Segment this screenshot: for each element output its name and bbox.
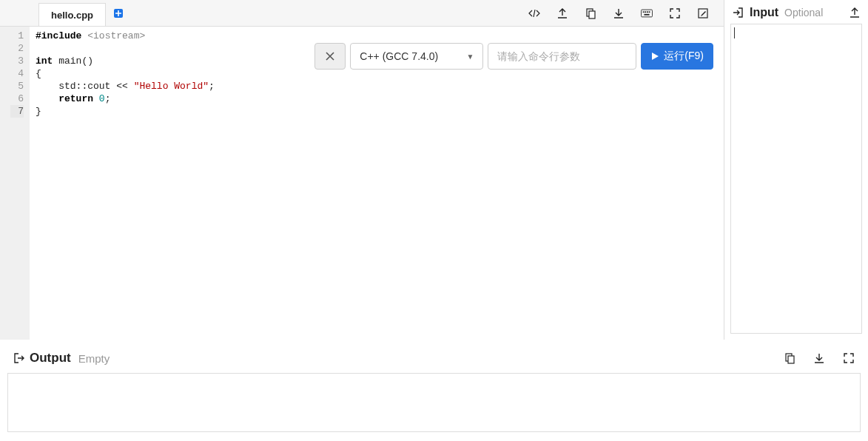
tabbar: hello.cpp <box>0 0 724 27</box>
close-run-button[interactable] <box>314 43 346 70</box>
svg-rect-8 <box>644 13 649 15</box>
add-tab-button[interactable] <box>106 0 131 26</box>
compiler-select-label: C++ (GCC 7.4.0) <box>360 50 438 62</box>
fullscreen-icon[interactable] <box>669 7 681 19</box>
code-text: #include <iostream> int main(){ std::cou… <box>30 27 724 340</box>
input-textarea[interactable] <box>730 24 862 334</box>
svg-rect-3 <box>641 10 652 17</box>
output-subtitle: Empty <box>78 352 110 365</box>
edit-icon[interactable] <box>697 7 709 19</box>
compiler-select[interactable]: C++ (GCC 7.4.0) ▼ <box>350 43 483 70</box>
close-icon <box>326 52 334 61</box>
code-embed-icon[interactable] <box>528 7 540 19</box>
login-icon <box>732 7 744 18</box>
run-controls: C++ (GCC 7.4.0) ▼ 运行(F9) <box>314 43 713 70</box>
svg-rect-4 <box>643 11 645 13</box>
line-number-gutter: 1234567 <box>0 27 30 340</box>
plus-icon <box>113 8 124 18</box>
play-icon <box>650 52 659 61</box>
svg-rect-2 <box>589 11 595 18</box>
run-button[interactable]: 运行(F9) <box>641 43 713 70</box>
copy-icon[interactable] <box>585 7 596 19</box>
input-subtitle: Optional <box>784 7 823 18</box>
svg-rect-11 <box>788 356 794 363</box>
args-input[interactable] <box>497 50 627 62</box>
output-pane: Output Empty <box>0 348 868 432</box>
fullscreen-output-icon[interactable] <box>843 352 855 364</box>
upload-icon[interactable] <box>556 7 568 19</box>
input-pane: Input Optional <box>724 0 868 340</box>
editor-pane: hello.cpp 1234567 #include <iostream> in… <box>0 0 724 340</box>
output-text <box>7 373 861 432</box>
file-tab[interactable]: hello.cpp <box>38 3 106 26</box>
args-input-wrapper[interactable] <box>488 43 636 70</box>
chevron-down-icon: ▼ <box>466 53 474 61</box>
file-tab-label: hello.cpp <box>51 10 93 21</box>
code-editor[interactable]: 1234567 #include <iostream> int main(){ … <box>0 27 724 340</box>
logout-icon <box>13 352 25 364</box>
text-caret <box>734 27 735 38</box>
svg-rect-5 <box>645 11 646 13</box>
run-button-label: 运行(F9) <box>664 50 704 63</box>
upload-input-icon[interactable] <box>849 7 861 18</box>
download-icon[interactable] <box>613 7 625 19</box>
download-output-icon[interactable] <box>813 352 825 364</box>
copy-output-icon[interactable] <box>784 352 795 364</box>
output-title: Output <box>30 351 71 366</box>
input-title: Input <box>750 6 778 19</box>
svg-rect-6 <box>647 11 648 13</box>
svg-rect-7 <box>649 11 650 13</box>
keyboard-icon[interactable] <box>641 7 653 19</box>
toolbar-actions <box>528 0 724 26</box>
